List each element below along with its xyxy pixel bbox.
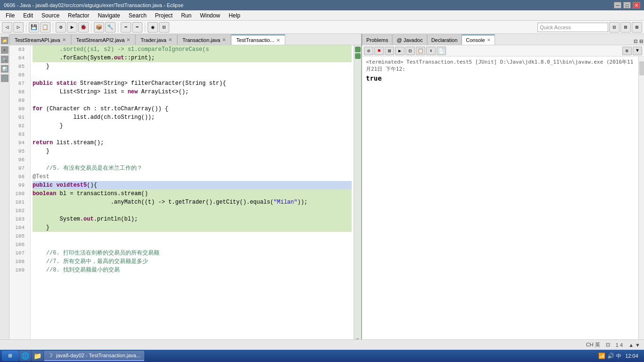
console-scrollbar[interactable] <box>638 57 644 344</box>
toolbar-btn-4[interactable]: ⚙ <box>56 22 66 33</box>
tab-teststream-api[interactable]: TestStreamAPI.java ✕ <box>9 34 71 45</box>
sidebar-icon-1[interactable]: 📁 <box>1 37 8 44</box>
code-line-108: //7. 所有交易中，最高的交易额是多少 <box>33 257 352 266</box>
toolbar-save[interactable]: 💾 <box>29 22 39 33</box>
window-controls: ─ □ ✕ <box>614 2 640 8</box>
separator-2 <box>53 23 53 32</box>
code-line-101: .anyMatch((t) -> t.getTrader().getCity()… <box>33 198 352 206</box>
toolbar-btn-8[interactable]: ➡ <box>132 22 142 33</box>
line-num-97: 97 <box>9 164 27 173</box>
panel-tab-problems[interactable]: Problems <box>362 34 392 45</box>
code-content[interactable]: .sorted((s1, s2) -> s1.compareToIgnoreCa… <box>31 45 354 344</box>
toolbar-layout-3[interactable]: ⊠ <box>632 22 642 33</box>
toolbar-btn-1[interactable]: ◁ <box>2 22 12 33</box>
tab-close-5[interactable]: ✕ <box>276 38 280 43</box>
right-panel-tabs: Problems @ Javadoc Declaration Console ✕… <box>362 34 644 45</box>
tray-ime[interactable]: 中 <box>616 353 621 360</box>
tab-close-2[interactable]: ✕ <box>126 37 130 42</box>
tray-network[interactable]: 📶 <box>598 353 605 359</box>
toolbar-btn-6[interactable]: 🔧 <box>105 22 116 33</box>
menu-navigate[interactable]: Navigate <box>94 11 124 20</box>
taskbar-item-eclipse[interactable]: ☽ java8-day02 - TestTransaction.java... <box>44 351 144 361</box>
sidebar-icon-3[interactable]: 🔍 <box>1 56 8 63</box>
sidebar-icon-4[interactable]: 📊 <box>1 65 8 73</box>
menu-run[interactable]: Run <box>177 11 195 20</box>
line-num-91: 91 <box>9 113 27 122</box>
toolbar-btn-2[interactable]: ▷ <box>13 22 24 33</box>
editor-area: TestStreamAPI.java ✕ TestStreamAPI2.java… <box>9 34 361 350</box>
panel-tab-declaration[interactable]: Declaration <box>427 34 462 45</box>
panel-btn-5[interactable]: 📄 <box>437 47 446 55</box>
separator-5 <box>145 23 145 32</box>
eclipse-label: java8-day02 - TestTransaction.java... <box>56 353 140 358</box>
line-num-89: 89 <box>9 96 27 105</box>
taskbar-item-ie[interactable]: 🌐 <box>19 351 31 361</box>
tab-transaction[interactable]: Transaction.java ✕ <box>177 34 231 45</box>
toolbar-layout-1[interactable]: ⊡ <box>609 22 619 33</box>
toolbar-layout-2[interactable]: ⊞ <box>620 22 631 33</box>
line-num-94: 94 <box>9 139 27 147</box>
menu-project[interactable]: Project <box>151 11 176 20</box>
panel-btn-2[interactable]: ⊡ <box>405 47 415 55</box>
close-button[interactable]: ✕ <box>633 2 640 8</box>
taskbar-item-explorer[interactable]: 📁 <box>32 351 43 361</box>
panel-maximize-btn[interactable]: ⊡ <box>633 38 638 45</box>
panel-btn-terminate[interactable]: ⊠ <box>385 47 394 55</box>
tray-speaker[interactable]: 🔊 <box>607 353 614 359</box>
line-num-107: 107 <box>9 249 27 257</box>
panel-btn-1[interactable]: ▶ <box>395 47 405 55</box>
toolbar-btn-9[interactable]: ◉ <box>148 22 158 33</box>
menu-edit[interactable]: Edit <box>19 11 37 20</box>
panel-btn-menu[interactable]: ▼ <box>633 47 642 55</box>
panel-tab-javadoc[interactable]: @ Javadoc <box>392 34 427 45</box>
toolbar-debug[interactable]: 🐞 <box>78 22 89 33</box>
panel-tab-console[interactable]: Console ✕ <box>462 34 495 45</box>
toolbar-btn-3[interactable]: 📋 <box>40 22 50 33</box>
minimize-button[interactable]: ─ <box>614 2 621 8</box>
code-line-84: .forEach(System.out::print); <box>33 54 352 62</box>
main-container: 📁 ⚡ 🔍 📊 🔗 TestStreamAPI.java ✕ TestStrea… <box>0 34 644 350</box>
tab-trader[interactable]: Trader.java ✕ <box>135 34 177 45</box>
line-num-101: 101 <box>9 198 27 206</box>
menu-source[interactable]: Source <box>38 11 63 20</box>
tab-teststream-api2[interactable]: TestStreamAPI2.java ✕ <box>71 34 136 45</box>
menu-help[interactable]: Help <box>225 11 244 20</box>
tab-close-3[interactable]: ✕ <box>168 37 172 42</box>
maximize-button[interactable]: □ <box>623 2 631 8</box>
tab-testtransaction[interactable]: TestTransactio... ✕ <box>231 34 285 45</box>
console-scroll-thumb[interactable] <box>639 61 644 75</box>
code-line-95: } <box>33 147 352 156</box>
console-output[interactable]: <terminated> TestTransaction.test5 [JUni… <box>362 57 638 344</box>
code-line-94: return list.stream(); <box>33 139 352 147</box>
toolbar-btn-7[interactable]: ⬅ <box>121 22 131 33</box>
panel-tab-console-close[interactable]: ✕ <box>487 38 491 42</box>
tray-time[interactable]: 12:04 <box>623 353 640 359</box>
taskbar-start-button[interactable]: ⊞ <box>2 351 19 361</box>
sidebar-icon-5[interactable]: 🔗 <box>1 74 8 82</box>
tab-close-1[interactable]: ✕ <box>62 37 66 42</box>
panel-btn-3[interactable]: 📋 <box>416 47 425 55</box>
menu-file[interactable]: File <box>2 11 18 20</box>
status-insert-icon: ⊡ <box>606 342 610 348</box>
line-num-100: 100 <box>9 189 27 198</box>
code-line-90: for (Character ch : str.toCharArray()) { <box>33 105 352 113</box>
eclipse-icon: ☽ <box>48 352 53 359</box>
code-line-104: } <box>33 223 352 232</box>
toolbar-btn-5[interactable]: 📦 <box>94 22 104 33</box>
tab-close-4[interactable]: ✕ <box>222 37 226 42</box>
panel-minimize-btn[interactable]: ⊟ <box>638 38 644 45</box>
menu-search[interactable]: Search <box>125 11 150 20</box>
panel-tab-problems-label: Problems <box>366 37 388 43</box>
code-line-86 <box>33 71 352 79</box>
sidebar-icon-2[interactable]: ⚡ <box>1 46 8 54</box>
panel-btn-settings[interactable]: ⚙ <box>622 47 632 55</box>
panel-btn-4[interactable]: ⬇ <box>426 47 436 55</box>
menu-refactor[interactable]: Refactor <box>64 11 93 20</box>
toolbar-btn-10[interactable]: ⊟ <box>159 22 169 33</box>
panel-btn-stop[interactable]: ■ <box>374 47 384 55</box>
menu-window[interactable]: Window <box>196 11 224 20</box>
code-line-107: //6. 打印生活在剑桥的交易员的所有交易额 <box>33 249 352 257</box>
toolbar-run[interactable]: ▶ <box>67 22 77 33</box>
quick-access-input[interactable]: Quick Access <box>537 23 608 32</box>
panel-btn-clear[interactable]: ⊘ <box>364 47 373 55</box>
